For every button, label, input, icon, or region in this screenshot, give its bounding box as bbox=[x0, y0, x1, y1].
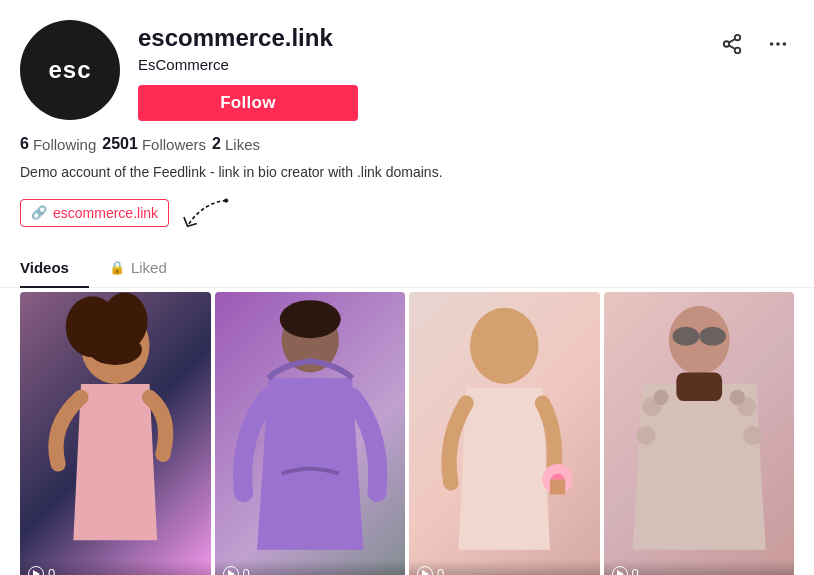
likes-stat[interactable]: 2 Likes bbox=[212, 135, 260, 153]
avatar: esc bbox=[20, 20, 120, 120]
arrow-annotation bbox=[179, 193, 239, 233]
profile-header: esc escommerce.link EsCommerce Follow bbox=[20, 20, 794, 121]
followers-count: 2501 bbox=[102, 135, 138, 153]
display-name: EsCommerce bbox=[138, 56, 698, 73]
svg-point-27 bbox=[743, 425, 762, 444]
tab-videos[interactable]: Videos bbox=[20, 249, 89, 288]
tab-liked-label: Liked bbox=[131, 259, 167, 276]
svg-point-15 bbox=[470, 307, 539, 383]
svg-point-24 bbox=[636, 425, 655, 444]
bio-link[interactable]: 🔗 escommerce.link bbox=[20, 199, 169, 227]
video-overlay-2: 0 bbox=[215, 560, 406, 575]
view-count-4: 0 bbox=[632, 566, 639, 575]
svg-point-7 bbox=[783, 42, 787, 46]
profile-info: escommerce.link EsCommerce Follow bbox=[138, 20, 698, 121]
svg-line-3 bbox=[729, 45, 735, 49]
view-count-1: 0 bbox=[48, 566, 55, 575]
share-icon[interactable] bbox=[716, 28, 748, 60]
view-count-2: 0 bbox=[243, 566, 250, 575]
video-thumb-1[interactable]: 0 bbox=[20, 292, 211, 575]
svg-rect-17 bbox=[550, 479, 565, 494]
video-thumb-2[interactable]: 0 bbox=[215, 292, 406, 575]
avatar-initials: esc bbox=[48, 56, 91, 84]
stats-row: 6 Following 2501 Followers 2 Likes bbox=[20, 135, 794, 153]
video-thumb-4[interactable]: 0 bbox=[604, 292, 795, 575]
tab-videos-label: Videos bbox=[20, 259, 69, 276]
svg-point-12 bbox=[89, 334, 142, 364]
followers-stat[interactable]: 2501 Followers bbox=[102, 135, 206, 153]
avatar-circle: esc bbox=[20, 20, 120, 120]
svg-point-23 bbox=[653, 389, 668, 404]
follow-button[interactable]: Follow bbox=[138, 85, 358, 121]
profile-actions bbox=[716, 20, 794, 60]
video-overlay-3: 0 bbox=[409, 560, 600, 575]
tabs-container: Videos 🔒 Liked bbox=[0, 249, 814, 288]
svg-point-6 bbox=[776, 42, 780, 46]
svg-point-14 bbox=[279, 300, 340, 338]
link-icon: 🔗 bbox=[31, 205, 47, 220]
following-stat[interactable]: 6 Following bbox=[20, 135, 96, 153]
more-options-icon[interactable] bbox=[762, 28, 794, 60]
video-overlay-1: 0 bbox=[20, 560, 211, 575]
link-text: escommerce.link bbox=[53, 205, 158, 221]
svg-rect-28 bbox=[676, 372, 722, 401]
videos-grid: 0 0 bbox=[0, 292, 814, 575]
play-icon-1 bbox=[28, 566, 44, 575]
svg-line-4 bbox=[729, 39, 735, 43]
play-icon-3 bbox=[417, 566, 433, 575]
play-icon-2 bbox=[223, 566, 239, 575]
bio-text: Demo account of the Feedlink - link in b… bbox=[20, 163, 794, 183]
svg-point-26 bbox=[729, 389, 744, 404]
bio-link-wrapper: 🔗 escommerce.link bbox=[20, 193, 794, 233]
svg-point-19 bbox=[672, 326, 699, 345]
profile-container: esc escommerce.link EsCommerce Follow bbox=[0, 0, 814, 575]
lock-icon: 🔒 bbox=[109, 260, 125, 275]
view-count-3: 0 bbox=[437, 566, 444, 575]
username: escommerce.link bbox=[138, 24, 698, 52]
tab-liked[interactable]: 🔒 Liked bbox=[109, 249, 187, 288]
svg-point-5 bbox=[770, 42, 774, 46]
following-label: Following bbox=[33, 136, 96, 153]
followers-label: Followers bbox=[142, 136, 206, 153]
svg-point-20 bbox=[699, 326, 726, 345]
likes-label: Likes bbox=[225, 136, 260, 153]
play-icon-4 bbox=[612, 566, 628, 575]
likes-count: 2 bbox=[212, 135, 221, 153]
video-overlay-4: 0 bbox=[604, 560, 795, 575]
following-count: 6 bbox=[20, 135, 29, 153]
video-thumb-3[interactable]: 0 bbox=[409, 292, 600, 575]
svg-point-8 bbox=[224, 198, 228, 202]
